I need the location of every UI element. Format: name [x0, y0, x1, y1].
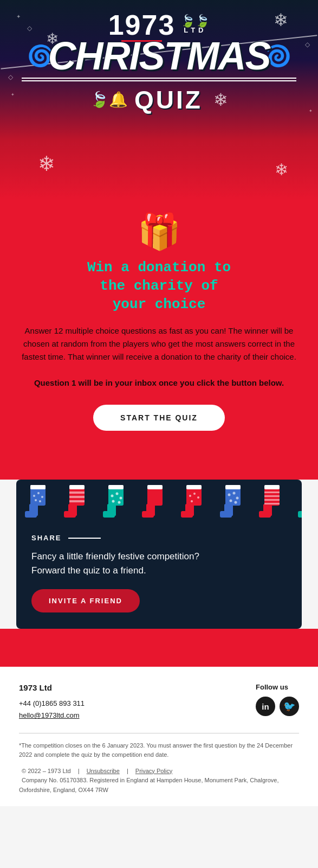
unsubscribe-link[interactable]: Unsubscribe [87, 768, 120, 774]
gift-icon: 🎁 [22, 201, 296, 252]
svg-point-7 [41, 496, 43, 498]
svg-rect-33 [181, 511, 193, 518]
star-dot-1: ✦ [16, 14, 21, 20]
bottom-red-spacer [0, 629, 318, 667]
share-text: Fancy a little friendly festive competit… [31, 550, 287, 577]
svg-point-37 [191, 500, 193, 502]
share-section: SHARE Fancy a little friendly festive co… [16, 480, 302, 629]
footer-company-name: 1973 Ltd [19, 683, 85, 692]
hero-section: ❄ ❄ ❄ ❄ ✦ ✦ ✦ ✦ ◇ ◇ ◇ 1973 🍃🍃 LTD 🌀 CHRI… [0, 0, 318, 201]
svg-rect-4 [30, 485, 46, 489]
svg-rect-58 [298, 511, 302, 518]
social-icons: in 🐦 [256, 697, 299, 716]
quiz-row: 🍃🔔 QUIZ ❄ [11, 85, 307, 114]
svg-rect-39 [225, 485, 241, 489]
svg-rect-14 [69, 492, 85, 494]
invite-friend-button[interactable]: INVITE A FRIEND [31, 589, 140, 612]
footer: 1973 Ltd +44 (0)1865 893 311 hello@1973l… [0, 667, 318, 806]
christmas-title-wrap: 🌀 CHRISTMAS 🌀 🍃🔔 QUIZ ❄ [11, 39, 307, 114]
svg-rect-50 [259, 511, 271, 518]
star-dot-4: ✦ [309, 108, 313, 113]
svg-point-22 [116, 493, 119, 495]
footer-follow: Follow us in 🐦 [256, 683, 299, 716]
svg-rect-16 [69, 500, 85, 502]
share-content: SHARE Fancy a little friendly festive co… [16, 523, 302, 629]
footer-copyright: © 2022 – 1973 Ltd [22, 768, 71, 774]
holly-left-icon: 🍃🔔 [90, 91, 128, 108]
footer-links: © 2022 – 1973 Ltd | Unsubscribe | Privac… [19, 767, 299, 795]
svg-point-24 [112, 500, 115, 503]
svg-rect-20 [103, 511, 115, 518]
svg-point-9 [39, 500, 41, 502]
svg-rect-13 [64, 511, 76, 518]
svg-point-46 [235, 501, 237, 504]
stocking-4 [137, 485, 174, 523]
linkedin-icon[interactable]: in [256, 697, 275, 716]
svg-rect-31 [186, 485, 202, 489]
svg-rect-51 [264, 492, 280, 493]
share-label: SHARE [31, 534, 287, 542]
stocking-3 [98, 485, 135, 523]
red-spacer [0, 452, 318, 480]
svg-point-42 [228, 494, 231, 496]
stockings-row [16, 480, 302, 523]
footer-company-info: 1973 Ltd +44 (0)1865 893 311 hello@1973l… [19, 683, 85, 722]
svg-rect-11 [69, 485, 85, 489]
snowflake-icon-3: ❄ [38, 152, 55, 176]
svg-rect-53 [264, 499, 280, 501]
svg-point-21 [111, 495, 114, 497]
svg-point-43 [233, 492, 236, 495]
twitter-icon[interactable]: 🐦 [280, 697, 299, 716]
svg-rect-41 [220, 511, 232, 518]
svg-rect-3 [25, 511, 37, 518]
content-section: 🎁 Win a donation tothe charity ofyour ch… [0, 201, 318, 452]
svg-point-6 [37, 492, 40, 494]
svg-point-44 [236, 497, 239, 500]
privacy-link[interactable]: Privacy Policy [135, 768, 172, 774]
start-quiz-button[interactable]: START THE QUIZ [93, 405, 225, 431]
footer-divider [19, 733, 299, 733]
stocking-2 [59, 485, 96, 523]
snowflake-icon-4: ❄ [275, 160, 288, 179]
win-heading: Win a donation tothe charity ofyour choi… [22, 259, 296, 314]
footer-legal-text: *The competition closes on the 6 January… [19, 741, 299, 760]
svg-point-23 [120, 497, 122, 500]
stocking-6 [215, 485, 252, 523]
svg-point-8 [35, 499, 37, 501]
snowflake-icon-2: ❄ [274, 10, 288, 30]
description-text: Answer 12 multiple choice questions as f… [22, 324, 296, 363]
svg-rect-48 [264, 485, 280, 489]
stocking-7 [254, 485, 291, 523]
stocking-1 [20, 485, 57, 523]
svg-rect-27 [147, 485, 163, 489]
svg-point-35 [193, 493, 196, 495]
svg-point-45 [230, 500, 232, 502]
stocking-5 [176, 485, 213, 523]
svg-point-25 [118, 501, 121, 504]
footer-top: 1973 Ltd +44 (0)1865 893 311 hello@1973l… [19, 683, 299, 722]
svg-point-5 [33, 495, 35, 497]
christmas-title: CHRISTMAS [48, 39, 270, 74]
svg-point-36 [197, 496, 199, 499]
logo-suffix: LTD [184, 26, 206, 34]
svg-rect-18 [108, 485, 124, 489]
snowflake-quiz-right: ❄ [213, 90, 228, 110]
svg-point-34 [189, 495, 191, 497]
quiz-title: QUIZ [134, 85, 203, 114]
svg-rect-52 [264, 495, 280, 497]
svg-rect-15 [69, 496, 85, 498]
diamond-1: ◇ [27, 24, 32, 32]
svg-rect-29 [142, 511, 154, 518]
svg-rect-54 [264, 503, 280, 505]
stocking-8 [293, 485, 302, 523]
footer-follow-label: Follow us [256, 683, 299, 691]
question-notice: Question 1 will be in your inbox once yo… [22, 376, 296, 390]
footer-phone: +44 (0)1865 893 311 [19, 698, 85, 710]
footer-company-no: Company No. 05170383. Registered in Engl… [19, 777, 279, 793]
footer-email[interactable]: hello@1973ltd.com [19, 710, 85, 722]
